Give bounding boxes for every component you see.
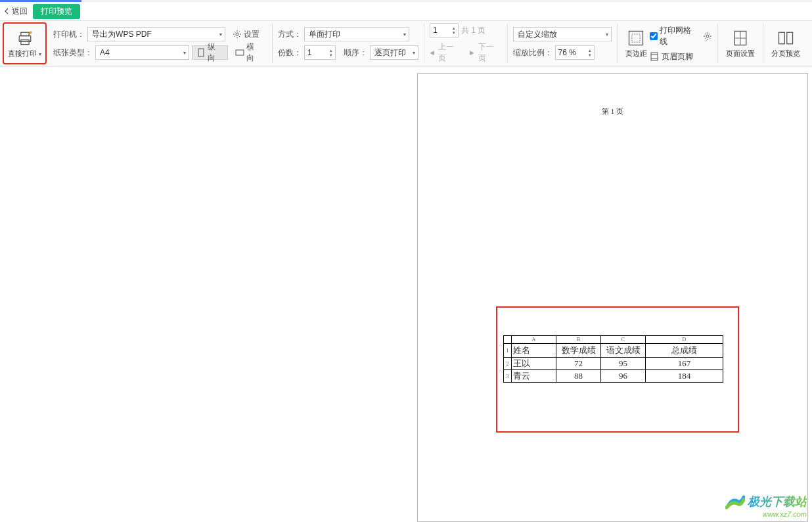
svg-rect-4 [198,49,204,57]
chevron-down-icon: ▾ [403,32,406,37]
copies-label: 份数： [278,47,302,59]
toolbar: 直接打印 ▾ 打印机： 导出为WPS PDF ▾ 设置 纸张类型： A4 ▾ [0,20,812,66]
printer-group: 打印机： 导出为WPS PDF ▾ 设置 纸张类型： A4 ▾ 纵 [48,24,273,63]
page-indicator: 第 1 页 [418,107,807,116]
print-gridlines-checkbox[interactable]: 打印网格线 [650,25,713,47]
svg-rect-2 [20,39,28,44]
landscape-label: 横向 [246,41,262,64]
portrait-icon [196,48,206,57]
next-page-button[interactable]: 下一页 [478,41,502,64]
gear-icon [233,30,242,39]
chevron-down-icon: ▾ [219,32,222,37]
margins-group: 页边距 打印网格线 页眉页脚 [618,24,719,63]
tab-print-preview[interactable]: 打印预览 [33,4,80,19]
page-input[interactable]: 1 ▴▾ [430,23,459,37]
tab-row: 返回 打印预览 [0,2,812,20]
page-break-label: 分页预览 [771,49,800,59]
page-break-icon [777,29,795,47]
highlight-frame [496,306,739,433]
mode-group: 方式： 单面打印 ▾ 份数： 1 ▴▾ 顺序： 逐页打印 ▾ [273,24,424,63]
chevron-down-icon: ▾ [606,32,608,37]
tab-label: 打印预览 [41,7,72,16]
portrait-label: 纵向 [208,41,223,64]
printer-value: 导出为WPS PDF [92,29,217,40]
watermark: 极光下载站 www.xz7.com [725,493,807,518]
margins-label: 页边距 [625,49,647,59]
header-footer-label: 页眉页脚 [662,51,693,62]
watermark-url: www.xz7.com [763,510,807,518]
svg-rect-5 [236,50,244,55]
order-label: 顺序： [344,47,367,59]
page-setup-button[interactable]: 页面设置 [723,29,757,59]
chevron-right-icon: ▶ [470,49,474,56]
settings-label: 设置 [244,29,259,40]
scale-mode-combo[interactable]: 自定义缩放 ▾ [513,27,612,41]
printer-icon [16,29,34,47]
order-value: 逐页打印 [374,47,410,59]
chevron-down-icon: ▾ [183,50,186,56]
mode-combo[interactable]: 单面打印 ▾ [304,27,409,41]
total-pages: 共 1 页 [461,25,485,36]
chevron-left-icon [4,8,11,14]
paper-value: A4 [100,48,181,57]
margins-button[interactable]: 页边距 [623,29,650,59]
scale-label: 缩放比例： [513,47,553,59]
watermark-brand: 极光下载站 [748,494,807,510]
paper-combo[interactable]: A4 ▾ [95,45,189,60]
printer-combo[interactable]: 导出为WPS PDF ▾ [87,27,225,41]
svg-rect-1 [20,32,28,36]
scale-mode-value: 自定义缩放 [518,29,603,40]
scale-group: 自定义缩放 ▾ 缩放比例： 76 % ▴▾ [508,24,618,63]
landscape-icon [235,48,244,57]
svg-point-8 [706,35,709,37]
margins-icon [627,29,645,47]
page-value: 1 [433,26,438,35]
svg-rect-7 [632,34,640,41]
svg-point-3 [236,33,238,36]
page-break-button[interactable]: 分页预览 [769,29,803,59]
copies-input[interactable]: 1 ▴▾ [304,45,336,60]
copies-value: 1 [307,48,312,57]
prev-page-button[interactable]: 上一页 [438,41,462,64]
header-footer-button[interactable]: 页眉页脚 [650,51,713,62]
scale-value: 76 % [558,48,576,57]
mode-value: 单面打印 [309,29,401,40]
chevron-left-icon: ◀ [430,49,434,56]
checkbox-icon[interactable] [650,32,658,40]
landscape-button[interactable]: 横向 [231,45,267,60]
scale-value-input[interactable]: 76 % ▴▾ [555,45,595,60]
watermark-logo-icon [725,493,745,510]
mode-label: 方式： [278,29,302,40]
paper-label: 纸张类型： [53,47,93,59]
svg-rect-9 [651,53,658,60]
page-break-group: 分页预览 [763,24,808,63]
page-setup-icon [731,29,750,47]
gear-icon[interactable] [703,32,712,41]
direct-print-label: 直接打印 ▾ [8,49,41,59]
svg-rect-15 [779,32,785,44]
pagenav-group: 1 ▴▾ 共 1 页 ◀ 上一页 ▶ 下一页 [424,24,508,63]
order-combo[interactable]: 逐页打印 ▾ [370,45,418,60]
printer-label: 打印机： [53,29,85,40]
settings-button[interactable]: 设置 [228,27,264,41]
gridlines-label: 打印网格线 [660,25,699,47]
chevron-down-icon: ▾ [413,50,415,56]
back-button[interactable]: 返回 [4,6,28,17]
back-label: 返回 [12,6,28,17]
page-setup-group: 页面设置 [718,24,763,63]
header-footer-icon [650,52,659,61]
svg-rect-6 [629,31,643,45]
page-setup-label: 页面设置 [726,49,755,59]
spinner-icon[interactable]: ▴▾ [330,48,332,57]
svg-rect-16 [787,32,793,44]
direct-print-button[interactable]: 直接打印 ▾ [3,22,47,64]
spinner-icon[interactable]: ▴▾ [453,26,455,35]
preview-page: 第 1 页 A B C D 1 姓名 数学成绩 语文成绩 总成绩 2 王以 72… [417,73,808,522]
spinner-icon[interactable]: ▴▾ [589,48,591,57]
preview-area: 第 1 页 A B C D 1 姓名 数学成绩 语文成绩 总成绩 2 王以 72… [0,66,812,522]
portrait-button[interactable]: 纵向 [192,45,228,60]
